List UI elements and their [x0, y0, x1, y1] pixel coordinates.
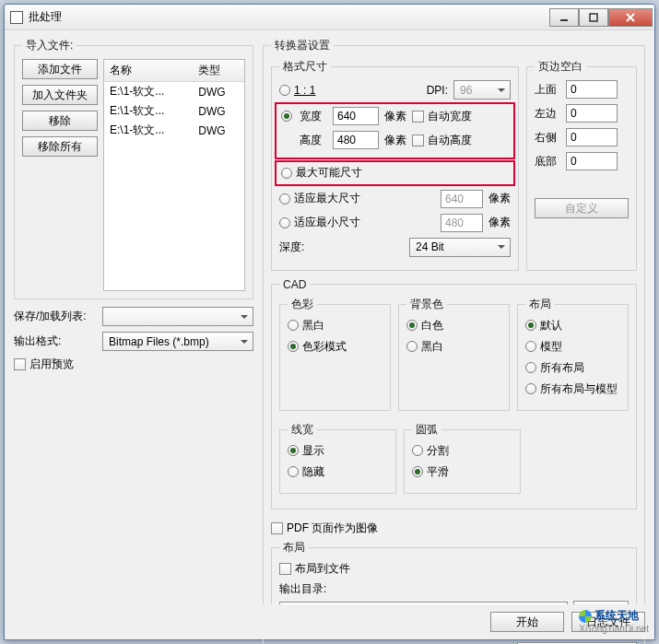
fit-min-input[interactable] [441, 214, 483, 232]
format-size-group: 格式尺寸 1 : 1 DPI: 96 宽度 [271, 59, 519, 271]
arc-split-radio[interactable]: 分割 [412, 443, 449, 459]
fit-min-radio[interactable]: 适应最小尺寸 [279, 215, 360, 230]
svg-rect-1 [590, 14, 597, 21]
window-buttons [549, 8, 653, 27]
table-row: E:\1-软文...DWG [104, 121, 244, 140]
output-format-combo[interactable]: Bitmap Files (*.bmp) [102, 332, 253, 351]
window-title: 批处理 [29, 9, 549, 25]
save-load-list-combo[interactable] [102, 307, 253, 326]
margin-bottom-input[interactable] [566, 152, 618, 170]
color-mode-radio[interactable]: 色彩模式 [288, 339, 347, 355]
layout-all-radio[interactable]: 所有布局 [525, 360, 584, 376]
bg-group: 背景色 白色 黑白 [398, 297, 510, 411]
dpi-label: DPI: [427, 84, 448, 97]
close-button[interactable] [608, 8, 653, 27]
margin-left-input[interactable] [566, 104, 618, 123]
watermark: 系统天地 XiTongTianDi.net [579, 608, 649, 634]
ratio-1-1-radio[interactable]: 1 : 1 [279, 84, 315, 97]
px-label: 像素 [384, 109, 406, 124]
height-input[interactable] [333, 131, 379, 149]
remove-button[interactable]: 移除 [22, 111, 98, 131]
output-format-label: 输出格式: [14, 334, 97, 349]
maximize-button[interactable] [579, 8, 608, 27]
start-button[interactable]: 开始 [490, 612, 564, 632]
cad-legend: CAD [279, 278, 310, 291]
px-label: 像素 [384, 133, 406, 148]
margin-right-label: 右侧 [535, 130, 560, 146]
custom-margin-button[interactable]: 自定义 [535, 198, 629, 218]
px-label: 像素 [488, 191, 511, 206]
layout-all-model-radio[interactable]: 所有布局与模型 [525, 381, 618, 397]
out-dir-label: 输出目录: [279, 581, 629, 597]
fit-max-input[interactable] [441, 190, 483, 208]
checkbox-icon [14, 358, 26, 370]
width-input[interactable] [333, 107, 379, 125]
enable-preview-checkbox[interactable]: 启用预览 [14, 357, 253, 372]
margin-top-input[interactable] [566, 80, 618, 99]
custom-size-highlight: 宽度 像素 自动宽度 高度 像素 自动高度 [275, 102, 515, 159]
footer: 开始 日志文件 [5, 604, 654, 639]
layout-group: 布局 默认 模型 所有布局 所有布局与模型 [517, 297, 629, 411]
layout-default-radio[interactable]: 默认 [525, 318, 562, 334]
table-row: E:\1-软文...DWG [104, 101, 244, 121]
margin-bottom-label: 底部 [535, 154, 560, 170]
pdf-as-image-checkbox[interactable]: PDF 页面作为图像 [271, 521, 378, 536]
import-group: 导入文件: 添加文件 加入文件夹 移除 移除所有 名称 类型 [14, 38, 253, 299]
width-label: 宽度 [300, 109, 327, 124]
height-label: 高度 [300, 133, 327, 148]
cad-group: CAD 色彩 黑白 色彩模式 背景色 白色 黑白 布 [271, 278, 637, 509]
layout-model-radio[interactable]: 模型 [525, 339, 562, 355]
dpi-combo[interactable]: 96 [453, 80, 511, 100]
converter-group: 转换器设置 格式尺寸 1 : 1 DPI: 96 [263, 38, 645, 644]
lw-show-radio[interactable]: 显示 [288, 443, 324, 459]
custom-size-radio[interactable] [281, 111, 294, 122]
arc-group: 圆弧 分割 平滑 [404, 422, 521, 494]
px-label: 像素 [488, 215, 511, 230]
converter-legend: 转换器设置 [271, 38, 334, 53]
depth-combo[interactable]: 24 Bit [409, 238, 511, 257]
fit-max-radio[interactable]: 适应最大尺寸 [279, 191, 360, 206]
auto-width-checkbox[interactable]: 自动宽度 [412, 109, 472, 124]
margins-group: 页边空白 上面 左边 右侧 底部 自定义 [526, 59, 637, 271]
bg-white-radio[interactable]: 白色 [406, 318, 443, 334]
add-folder-button[interactable]: 加入文件夹 [22, 85, 98, 105]
arc-smooth-radio[interactable]: 平滑 [412, 464, 449, 480]
color-bw-radio[interactable]: 黑白 [288, 318, 324, 334]
margin-top-label: 上面 [535, 82, 560, 98]
max-possible-highlight: 最大可能尺寸 [275, 160, 515, 186]
file-list[interactable]: 名称 类型 E:\1-软文...DWG E:\1-软文...DWG E:\1-软… [103, 59, 245, 291]
minimize-button[interactable] [549, 8, 579, 27]
watermark-logo-icon [579, 610, 592, 623]
lw-hide-radio[interactable]: 隐藏 [288, 464, 324, 480]
margin-left-label: 左边 [535, 106, 560, 122]
save-load-list-label: 保存/加载列表: [14, 309, 97, 324]
window: 批处理 导入文件: 添加文件 加入文件夹 移除 移除所有 [4, 4, 655, 640]
app-icon [10, 11, 23, 24]
remove-all-button[interactable]: 移除所有 [22, 136, 98, 157]
col-name[interactable]: 名称 [104, 60, 193, 82]
add-file-button[interactable]: 添加文件 [22, 59, 98, 79]
table-row: E:\1-软文...DWG [104, 82, 244, 102]
max-possible-radio[interactable]: 最大可能尺寸 [281, 165, 362, 181]
format-size-legend: 格式尺寸 [279, 59, 331, 75]
linewidth-group: 线宽 显示 隐藏 [279, 422, 396, 494]
import-legend: 导入文件: [22, 38, 76, 53]
auto-height-checkbox[interactable]: 自动高度 [412, 133, 472, 148]
bg-black-radio[interactable]: 黑白 [406, 339, 443, 355]
layout-to-file-checkbox[interactable]: 布局到文件 [279, 561, 350, 577]
col-type[interactable]: 类型 [193, 60, 244, 82]
depth-label: 深度: [279, 240, 304, 255]
titlebar: 批处理 [5, 5, 654, 30]
margin-right-input[interactable] [566, 128, 618, 146]
color-group: 色彩 黑白 色彩模式 [279, 297, 391, 411]
margins-legend: 页边空白 [535, 59, 586, 75]
